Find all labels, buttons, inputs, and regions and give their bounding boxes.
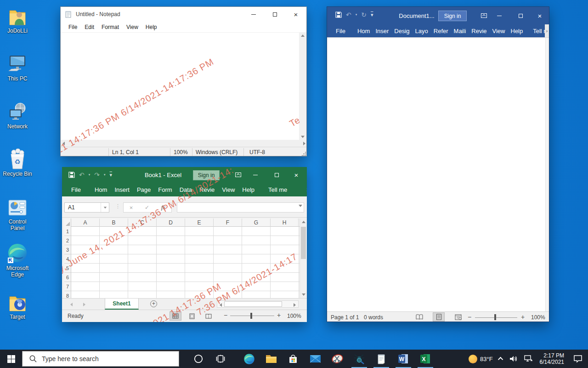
tab-mailings[interactable]: Maili (451, 28, 469, 34)
tab-file[interactable]: File (333, 28, 348, 34)
start-button[interactable] (0, 350, 22, 368)
zoom-slider-thumb[interactable] (494, 314, 496, 320)
column-header[interactable]: D (157, 218, 185, 227)
cortana-button[interactable] (187, 350, 209, 368)
save-icon[interactable] (68, 172, 75, 178)
page-break-view-icon[interactable] (203, 311, 215, 321)
row-header[interactable]: 7 (64, 282, 71, 291)
notepad-vertical-scrollbar[interactable] (299, 33, 306, 140)
desktop-icon-jodolli[interactable]: JoDoLLi (1, 6, 34, 34)
row-header[interactable]: 6 (64, 273, 71, 282)
tab-references[interactable]: Refer (431, 28, 451, 34)
notepad-close-button[interactable]: × (285, 7, 306, 22)
zoom-slider-track[interactable] (230, 316, 274, 316)
row-header[interactable]: 2 (64, 236, 71, 245)
select-all-corner[interactable] (64, 218, 71, 227)
taskbar-excel-button[interactable]: X (414, 350, 436, 368)
weather-tray-item[interactable]: 83°F (465, 350, 496, 368)
word-count[interactable]: 0 words (364, 314, 383, 321)
undo-dropdown-icon[interactable]: ▾ (356, 13, 357, 17)
taskbar-store-button[interactable] (282, 350, 304, 368)
taskbar-edge-button[interactable] (238, 350, 260, 368)
zoom-slider-thumb[interactable] (250, 313, 252, 319)
excel-close-button[interactable]: × (286, 167, 307, 183)
taskbar-mail-button[interactable] (304, 350, 326, 368)
menu-edit[interactable]: Edit (81, 23, 98, 32)
notepad-maximize-button[interactable] (264, 7, 285, 22)
menu-view[interactable]: View (123, 23, 142, 32)
scroll-right-arrow[interactable] (294, 303, 296, 307)
volume-button[interactable] (506, 350, 521, 368)
tab-view[interactable]: View (490, 28, 508, 34)
sheet-nav-left-icon[interactable] (70, 303, 73, 306)
tab-insert[interactable]: Inser (373, 28, 391, 34)
taskbar-spy-tool-button[interactable] (348, 350, 370, 368)
ribbon-overflow-button[interactable]: › (545, 24, 549, 37)
desktop-icon-recycle-bin[interactable]: ♻ Recycle Bin (1, 149, 34, 177)
word-vertical-scrollbar[interactable] (545, 38, 549, 312)
desktop-icon-network[interactable]: Network (1, 101, 34, 130)
row-header[interactable]: 4 (64, 254, 71, 264)
tab-review[interactable]: Revie (469, 28, 489, 34)
show-hidden-icons-button[interactable] (496, 350, 506, 368)
taskbar-search-box[interactable] (22, 351, 179, 367)
zoom-out-button[interactable]: − (224, 311, 227, 319)
column-header[interactable]: C (128, 218, 157, 227)
formula-bar-expand-icon[interactable] (299, 205, 302, 207)
tab-data[interactable]: Data (176, 186, 196, 193)
column-header[interactable]: A (71, 218, 100, 227)
tab-formulas[interactable]: Form (154, 186, 175, 193)
scrollbar-thumb[interactable] (301, 227, 306, 259)
print-layout-view-icon[interactable] (433, 312, 445, 322)
menu-file[interactable]: File (65, 23, 81, 32)
column-header[interactable]: H (271, 218, 299, 227)
excel-sign-in-button[interactable]: Sign in (193, 170, 220, 180)
name-box-dropdown-icon[interactable] (103, 207, 106, 208)
formula-input[interactable] (177, 202, 304, 213)
word-maximize-button[interactable] (510, 7, 531, 24)
enter-checkmark-icon[interactable]: ✓ (145, 204, 149, 211)
scroll-left-arrow[interactable] (62, 142, 65, 145)
redo-dropdown-icon[interactable]: ▾ (104, 173, 106, 177)
customize-quick-access-icon[interactable]: ▾ (371, 12, 373, 18)
sheetbar-resize-handle[interactable]: ⋮ (208, 300, 213, 306)
desktop-icon-microsoft-edge[interactable]: Microsoft Edge (1, 243, 34, 278)
taskbar-notepad-button[interactable] (370, 350, 392, 368)
notepad-text-area[interactable] (61, 33, 300, 140)
page-count[interactable]: Page 1 of 1 (331, 314, 359, 321)
task-view-button[interactable] (209, 350, 232, 368)
tell-me-label[interactable]: Tell me (265, 186, 291, 193)
tab-file[interactable]: File (68, 186, 85, 193)
zoom-percentage[interactable]: 100% (531, 314, 545, 321)
word-document-area[interactable] (327, 37, 549, 311)
scroll-down-arrow[interactable] (301, 136, 305, 138)
excel-minimize-button[interactable] (245, 167, 266, 183)
column-header[interactable]: E (185, 218, 214, 227)
sheet-nav-right-icon[interactable] (83, 303, 85, 306)
resize-grip[interactable] (302, 151, 306, 156)
tab-home[interactable]: Hom (91, 186, 111, 193)
tab-help[interactable]: Help (508, 28, 526, 34)
zoom-out-button[interactable]: − (468, 313, 471, 321)
row-header[interactable]: 1 (64, 227, 71, 236)
redo-icon[interactable]: ↷ (94, 171, 100, 178)
notepad-titlebar[interactable]: Untitled - Notepad × (61, 7, 306, 22)
excel-maximize-button[interactable] (266, 167, 287, 183)
desktop-icon-this-pc[interactable]: This PC (1, 53, 34, 82)
redo-icon[interactable]: ↻ (361, 11, 367, 18)
cancel-icon[interactable]: × (130, 204, 133, 211)
read-mode-icon[interactable] (413, 312, 425, 322)
tab-design[interactable]: Desig (391, 28, 412, 34)
notepad-minimize-button[interactable] (243, 7, 264, 22)
action-center-button[interactable] (568, 350, 588, 368)
taskbar-word-button[interactable]: W (392, 350, 414, 368)
spreadsheet-grid[interactable] (71, 227, 300, 298)
normal-view-icon[interactable] (170, 311, 181, 321)
name-box[interactable]: A1 (64, 202, 109, 213)
scroll-up-arrow[interactable] (302, 221, 305, 223)
new-sheet-button[interactable]: + (150, 300, 157, 307)
sheet-tab-sheet1[interactable]: Sheet1 (105, 299, 139, 310)
column-header[interactable]: G (242, 218, 271, 227)
share-label[interactable]: Share (303, 186, 307, 193)
column-header[interactable]: F (214, 218, 242, 227)
